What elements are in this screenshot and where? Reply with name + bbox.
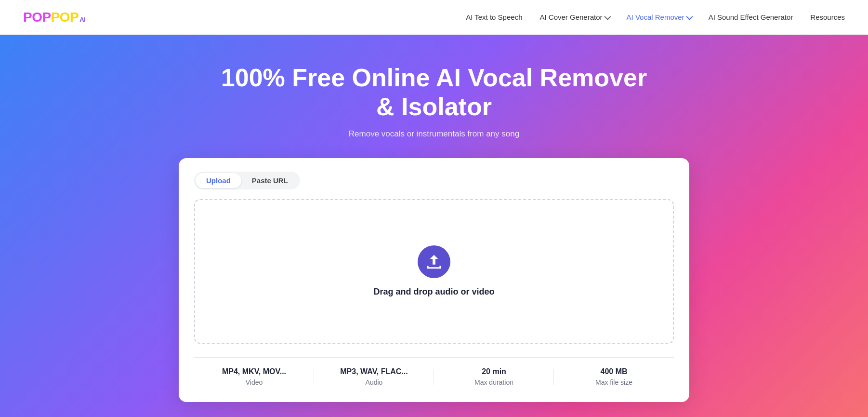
hero-section: 100% Free Online AI Vocal Remover & Isol… xyxy=(0,35,868,417)
nav-item-vocal-remover[interactable]: AI Vocal Remover xyxy=(627,13,691,21)
file-info-size-label: 400 MB xyxy=(562,367,666,376)
nav-link-cover-generator[interactable]: AI Cover Generator xyxy=(540,13,609,21)
nav-label-text-to-speech: AI Text to Speech xyxy=(466,13,522,21)
file-info-duration-sub: Max duration xyxy=(474,378,513,386)
nav-item-text-to-speech[interactable]: AI Text to Speech xyxy=(466,13,522,21)
file-info-duration-label: 20 min xyxy=(442,367,546,376)
file-info-video: MP4, MKV, MOV... Video xyxy=(194,367,314,387)
file-info-audio-sub: Audio xyxy=(366,378,383,386)
nav-links: AI Text to Speech AI Cover Generator AI … xyxy=(466,13,845,21)
file-info-size-sub: Max file size xyxy=(595,378,632,386)
nav-link-vocal-remover[interactable]: AI Vocal Remover xyxy=(627,13,691,21)
nav-link-sound-effect[interactable]: AI Sound Effect Generator xyxy=(709,13,793,21)
upload-card: Upload Paste URL Drag and drop audio or … xyxy=(179,158,689,402)
file-info-row: MP4, MKV, MOV... Video MP3, WAV, FLAC...… xyxy=(194,357,674,387)
tab-upload[interactable]: Upload xyxy=(196,173,241,188)
tab-bar: Upload Paste URL xyxy=(194,172,300,189)
upload-icon xyxy=(426,254,442,270)
logo[interactable]: POP POP AI xyxy=(23,10,85,25)
upload-icon-container xyxy=(418,245,450,278)
nav-label-sound-effect: AI Sound Effect Generator xyxy=(709,13,793,21)
nav-item-cover-generator[interactable]: AI Cover Generator xyxy=(540,13,609,21)
drop-zone[interactable]: Drag and drop audio or video xyxy=(194,199,674,344)
hero-title: 100% Free Online AI Vocal Remover & Isol… xyxy=(217,64,651,121)
file-info-video-label: MP4, MKV, MOV... xyxy=(202,367,306,376)
nav-label-vocal-remover: AI Vocal Remover xyxy=(627,13,684,21)
nav-label-resources: Resources xyxy=(810,13,845,21)
file-info-audio: MP3, WAV, FLAC... Audio xyxy=(314,367,434,387)
logo-pop2: POP xyxy=(51,10,79,25)
navbar: POP POP AI AI Text to Speech AI Cover Ge… xyxy=(0,0,868,35)
file-info-video-sub: Video xyxy=(246,378,263,386)
tab-paste-url[interactable]: Paste URL xyxy=(241,173,299,188)
nav-link-resources[interactable]: Resources xyxy=(810,13,845,21)
drop-zone-text: Drag and drop audio or video xyxy=(373,287,494,297)
nav-label-cover-generator: AI Cover Generator xyxy=(540,13,603,21)
hero-subtitle: Remove vocals or instrumentals from any … xyxy=(349,129,519,139)
chevron-down-icon-2 xyxy=(686,13,693,20)
nav-link-text-to-speech[interactable]: AI Text to Speech xyxy=(466,13,522,21)
chevron-down-icon xyxy=(604,13,611,20)
logo-pop1: POP xyxy=(23,10,51,25)
file-info-duration: 20 min Max duration xyxy=(434,367,554,387)
nav-item-resources[interactable]: Resources xyxy=(810,13,845,21)
logo-ai: AI xyxy=(79,16,85,23)
file-info-audio-label: MP3, WAV, FLAC... xyxy=(322,367,426,376)
nav-item-sound-effect[interactable]: AI Sound Effect Generator xyxy=(709,13,793,21)
file-info-size: 400 MB Max file size xyxy=(554,367,674,387)
